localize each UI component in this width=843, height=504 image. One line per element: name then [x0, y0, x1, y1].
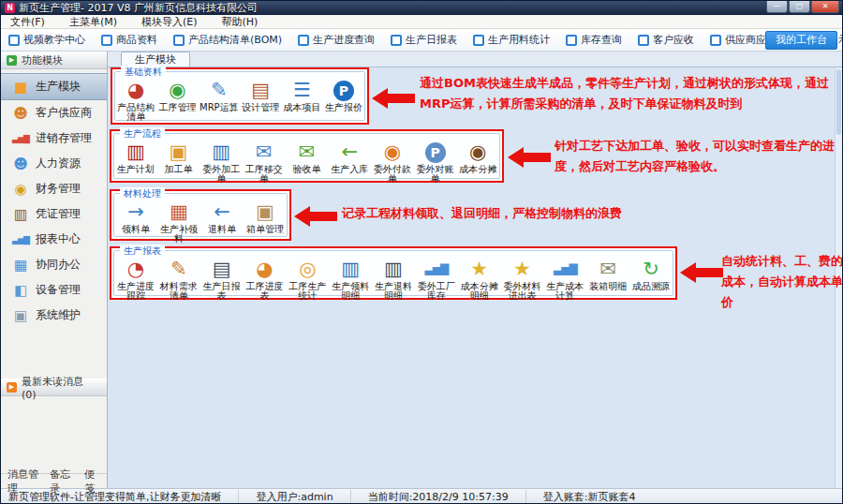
- module-icon-材料需求清单[interactable]: ✎材料需求清单: [157, 258, 200, 301]
- toolbar-item[interactable]: 视频教学中心: [8, 33, 85, 47]
- module-icon-委外加工单[interactable]: ▥委外加工单: [200, 141, 243, 184]
- toolbar-item[interactable]: 产品结构清单(BOM): [173, 33, 282, 47]
- menu-item[interactable]: 主菜单(M): [69, 15, 117, 29]
- module-icon-验收单[interactable]: ✉验收单: [286, 141, 329, 174]
- module-icon-退料单[interactable]: ←退料单: [200, 200, 244, 234]
- toolbar-item[interactable]: 生产用料统计: [473, 33, 550, 47]
- circle-badge-icon: P: [425, 142, 446, 163]
- module-icon-生产补领料[interactable]: ▦生产补领料: [157, 200, 200, 244]
- sidebar-item-协同办公[interactable]: ▦协同办公: [1, 252, 107, 277]
- menu-item[interactable]: 文件(F): [10, 15, 45, 29]
- speaker-icon: ▶: [7, 382, 17, 393]
- module-icon-生产日报表[interactable]: ▤生产日报表: [200, 258, 244, 301]
- toolbar-item[interactable]: 生产日报表: [391, 33, 457, 47]
- module-icon-label: 验收单: [286, 165, 329, 174]
- toolbar: 视频教学中心商品资料产品结构清单(BOM)生产进度查询生产日报表生产用料统计库存…: [1, 29, 842, 52]
- sidebar-item-客户供应商[interactable]: ☻客户供应商: [1, 100, 107, 126]
- sidebar-item-icon: ▦: [12, 257, 29, 274]
- toolbar-items: 视频教学中心商品资料产品结构清单(BOM)生产进度查询生产日报表生产用料统计库存…: [8, 33, 843, 47]
- toolbar-item-label: 产品结构清单(BOM): [188, 33, 282, 47]
- module-icon-领料单[interactable]: →领料单: [114, 200, 157, 234]
- module-icon-委外付款单[interactable]: ◉委外付款单: [371, 141, 414, 184]
- toolbar-item[interactable]: 生产进度查询: [298, 33, 375, 47]
- module-glyph-icon: ✎: [157, 258, 200, 281]
- module-icon-生产领料明细[interactable]: ▥生产领料明细: [329, 258, 372, 301]
- module-icon-委外对账单[interactable]: P委外对账单: [414, 141, 457, 184]
- menu-item[interactable]: 帮助(H): [222, 15, 259, 29]
- module-icon-成本分摊[interactable]: ◉成本分摊: [456, 141, 499, 174]
- module-icon-label: 产品结构清单: [115, 103, 156, 122]
- maximize-button[interactable]: ▢: [789, 1, 810, 13]
- toolbar-item[interactable]: 客户应收: [638, 33, 694, 47]
- module-icon-箱单管理[interactable]: ▣箱单管理: [244, 200, 287, 234]
- module-icon-成本项目[interactable]: ☰成本项目: [281, 79, 322, 112]
- module-icon-产品结构清单[interactable]: ◕产品结构清单: [115, 79, 156, 122]
- module-icon-label: 委外工厂库存: [415, 282, 458, 301]
- checkbox-icon: [8, 35, 20, 46]
- module-icon-生产报价[interactable]: P生产报价: [323, 79, 364, 112]
- sidebar-item-凭证管理[interactable]: ▥凭证管理: [1, 201, 107, 227]
- module-icon-委外材料进出表[interactable]: ★委外材料进出表: [501, 258, 544, 301]
- sidebar-item-系统维护[interactable]: ▣系统维护: [1, 303, 107, 328]
- module-icon-生产退料明细[interactable]: ▥生产退料明细: [372, 258, 415, 301]
- status-login-user: 登入用户:admin: [239, 490, 350, 504]
- sidebar-item-进销存管理[interactable]: ▃▅▇进销存管理: [1, 126, 107, 151]
- checkbox-icon: [638, 35, 649, 46]
- module-icon-装箱明细[interactable]: ✉装箱明细: [586, 258, 629, 291]
- sidebar-item-财务管理[interactable]: ◉财务管理: [1, 176, 107, 201]
- unread-messages-bar[interactable]: ▶ 最新未读消息 (0): [1, 378, 107, 396]
- footer-link[interactable]: 便笺: [84, 467, 100, 496]
- groupbox: 生产流程▥生产计划▣加工单▥委外加工单✉工序移交单✉验收单←生产入库◉委外付款单…: [113, 133, 500, 179]
- red-arrow-icon: [294, 206, 337, 227]
- module-icon-生产计划[interactable]: ▥生产计划: [114, 141, 157, 174]
- toolbar-item[interactable]: 库存查询: [566, 33, 622, 47]
- sidebar-item-label: 客户供应商: [36, 105, 92, 121]
- my-workbench-button[interactable]: 我的工作台: [765, 31, 837, 50]
- sidebar-item-人力资源[interactable]: ☻人力资源: [1, 151, 107, 176]
- section-items: ▥生产计划▣加工单▥委外加工单✉工序移交单✉验收单←生产入库◉委外付款单P委外对…: [114, 134, 499, 184]
- sidebar-item-生产模块[interactable]: ■生产模块: [1, 73, 107, 100]
- sidebar-item-报表中心[interactable]: ▃▅▇报表中心: [1, 227, 107, 252]
- module-icon-成品溯源[interactable]: ↻成品溯源: [629, 258, 673, 291]
- sidebar-item-icon: ◧: [12, 282, 29, 299]
- module-icon-label: 工序管理: [156, 103, 198, 112]
- module-icon-成本分摊明细[interactable]: ★成本分摊明细: [458, 258, 501, 301]
- minimize-button[interactable]: —: [766, 1, 788, 13]
- main-content: 生产模块 基础资料◕产品结构清单◉工序管理✎MRP运算▤设计管理☰成本项目P生产…: [108, 52, 842, 488]
- module-icon-工序管理[interactable]: ◉工序管理: [156, 79, 198, 112]
- section-title: 基础资料: [121, 66, 166, 79]
- module-icon-label: 生产领料明细: [329, 282, 372, 301]
- toolbar-item[interactable]: 商品资料: [101, 33, 157, 47]
- tab-production-module[interactable]: 生产模块: [121, 52, 190, 67]
- toolbar-item-label: 生产进度查询: [313, 33, 375, 47]
- groupbox: 基础资料◕产品结构清单◉工序管理✎MRP运算▤设计管理☰成本项目P生产报价: [114, 71, 365, 121]
- section-title: 材料处理: [120, 187, 165, 200]
- module-icon-label: 成本分摊: [456, 165, 499, 174]
- section-highlight-rect: 基础资料◕产品结构清单◉工序管理✎MRP运算▤设计管理☰成本项目P生产报价: [111, 67, 369, 125]
- module-icon-工序生产统计[interactable]: ◎工序生产统计: [286, 258, 329, 301]
- section-items: ◔生产进度跟踪✎材料需求清单▤生产日报表◕工序进度表◎工序生产统计▥生产领料明细…: [114, 251, 673, 301]
- module-icon-委外工厂库存[interactable]: ▃▅▇委外工厂库存: [415, 258, 458, 301]
- module-icon-生产进度跟踪[interactable]: ◔生产进度跟踪: [114, 258, 157, 301]
- module-icon-工序进度表[interactable]: ◕工序进度表: [244, 258, 287, 301]
- module-icon-工序移交单[interactable]: ✉工序移交单: [243, 141, 286, 184]
- sidebar-item-设备管理[interactable]: ◧设备管理: [1, 277, 107, 303]
- module-icon-加工单[interactable]: ▣加工单: [157, 141, 200, 174]
- module-icon-生产入库[interactable]: ←生产入库: [328, 141, 371, 174]
- module-glyph-icon: P: [414, 141, 457, 164]
- close-button[interactable]: ✕: [811, 1, 839, 13]
- module-glyph-icon: ◔: [114, 258, 157, 281]
- menu-item[interactable]: 模块导入(E): [141, 15, 198, 29]
- footer-link[interactable]: 备忘录: [50, 467, 73, 496]
- footer-link[interactable]: 消息管理: [7, 467, 38, 496]
- module-glyph-icon: ▤: [240, 79, 281, 102]
- module-glyph-icon: ←: [328, 141, 371, 164]
- module-glyph-icon: ☰: [281, 79, 322, 102]
- module-icon-生产成本计算[interactable]: ▃▅▇生产成本计算: [543, 258, 586, 301]
- module-icon-MRP运算[interactable]: ✎MRP运算: [199, 79, 240, 112]
- module-icon-设计管理[interactable]: ▤设计管理: [240, 79, 281, 112]
- status-bar: 新页管理软件-让管理变得简单,让财务更加清晰 登入用户:admin 当前时间:2…: [1, 488, 842, 504]
- module-panel: 基础资料◕产品结构清单◉工序管理✎MRP运算▤设计管理☰成本项目P生产报价生产流…: [108, 67, 842, 488]
- toolbar-item-label: 商品资料: [116, 33, 157, 47]
- status-current-time: 当前时间:2018/2/9 10:57:39: [351, 490, 526, 504]
